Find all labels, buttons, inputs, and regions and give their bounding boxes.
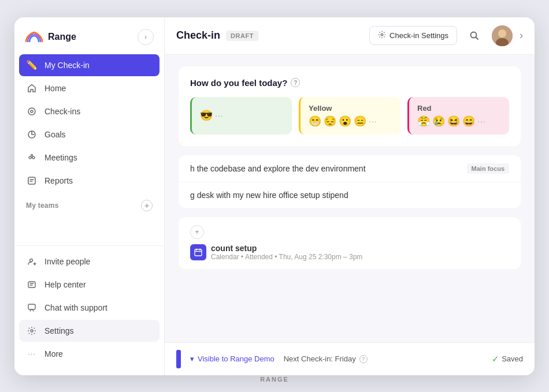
meeting-add-row: + (190, 225, 509, 239)
help-icon (26, 279, 38, 290)
sidebar-item-label: Meetings (44, 153, 77, 162)
mood-question: How do you feel today? ? (190, 78, 509, 88)
svg-rect-6 (28, 177, 35, 184)
sidebar-item-settings[interactable]: Settings (19, 320, 159, 342)
svg-rect-9 (28, 304, 35, 309)
mood-green-emojis: 😎 ··· (200, 109, 284, 122)
svg-point-1 (31, 110, 33, 113)
svg-rect-16 (195, 249, 202, 256)
sidebar-toggle-button[interactable]: › (138, 29, 154, 45)
sidebar-item-home[interactable]: Home (19, 77, 159, 99)
meeting-row: count setup Calendar • Attended • Thu, A… (190, 244, 509, 261)
sidebar-item-label: Home (44, 84, 66, 93)
mood-red-label: Red (417, 104, 501, 113)
mood-card-green[interactable]: 😎 ··· (190, 97, 292, 135)
task-badge: Main focus (467, 163, 509, 174)
meeting-meta: Calendar • Attended • Thu, Aug 25 2:30pm… (211, 253, 362, 261)
topbar-actions: Check-in Settings (369, 25, 523, 46)
sidebar-item-help[interactable]: Help center (19, 274, 159, 296)
bottom-bar: ▾ Visible to Range Demo Next Check-in: F… (165, 342, 535, 375)
saved-status: ✓ Saved (492, 354, 523, 364)
tasks-section: h the codebase and explore the dev envir… (179, 155, 521, 208)
task-text: h the codebase and explore the dev envir… (190, 164, 460, 173)
main-content: Check-in DRAFT Check-in Settings (165, 17, 535, 375)
goals-icon (26, 129, 38, 140)
meeting-add-button[interactable]: + (190, 225, 204, 239)
mood-info-icon[interactable]: ? (291, 78, 300, 87)
mood-red-content: Red 😤 😢 😆 😄 ··· (417, 104, 501, 128)
nav-forward-button[interactable]: › (520, 29, 523, 42)
table-row: h the codebase and explore the dev envir… (179, 155, 521, 182)
search-button[interactable] (464, 25, 485, 46)
svg-point-4 (32, 156, 35, 159)
sidebar-item-meetings[interactable]: Meetings (19, 147, 159, 169)
next-checkin-text: Next Check-in: Friday (284, 354, 356, 363)
chevron-down-icon: ▾ (190, 354, 194, 363)
sidebar-item-label: Chat with support (44, 303, 107, 312)
next-checkin-info-icon[interactable]: ? (359, 355, 368, 363)
saved-label: Saved (502, 354, 523, 363)
home-icon (26, 83, 38, 94)
content-area: How do you feel today? ? 😎 ··· (165, 55, 535, 342)
bottom-logo-text: RANGE (260, 376, 289, 383)
mood-card-yellow[interactable]: Yellow 😁 😔 😮 😑 ··· (299, 97, 400, 135)
svg-point-14 (498, 29, 506, 38)
checkins-icon (26, 106, 38, 117)
sidebar-item-my-checkin[interactable]: ✏️ My Check-in (19, 54, 159, 76)
svg-point-5 (31, 154, 33, 156)
chat-icon (26, 302, 38, 313)
user-avatar[interactable] (492, 25, 513, 46)
logo-text: Range (48, 32, 76, 42)
table-row: g desk with my new hire office setup sti… (179, 182, 521, 208)
more-icon: ··· (26, 348, 38, 360)
sidebar-item-more[interactable]: ··· More (19, 343, 159, 365)
sidebar-item-label: Goals (44, 130, 66, 139)
sidebar-header: Range › (14, 17, 164, 54)
checkin-settings-button[interactable]: Check-in Settings (369, 26, 457, 45)
range-logo-icon (25, 31, 43, 43)
page-title: Check-in (176, 29, 220, 42)
gear-icon (378, 31, 386, 40)
mood-yellow-content: Yellow 😁 😔 😮 😑 ··· (309, 104, 392, 128)
add-team-button[interactable]: + (141, 200, 153, 211)
svg-point-7 (30, 259, 33, 262)
sidebar-nav: ✏️ My Check-in Home (14, 54, 164, 245)
topbar-title-area: Check-in DRAFT (176, 29, 258, 42)
settings-icon (26, 325, 38, 337)
sidebar-item-label: Reports (44, 176, 73, 185)
mood-yellow-emojis: 😁 😔 😮 😑 ··· (309, 115, 392, 128)
sidebar-item-label: Invite people (44, 257, 90, 266)
mood-question-text: How do you feel today? (190, 78, 287, 88)
svg-point-3 (29, 156, 31, 159)
mood-red-emojis: 😤 😢 😆 😄 ··· (417, 115, 501, 128)
meeting-calendar-icon (190, 244, 206, 260)
logo-area: Range (25, 31, 76, 43)
sidebar-item-goals[interactable]: Goals (19, 124, 159, 145)
sidebar: Range › ✏️ My Check-in Home (14, 17, 165, 375)
mood-options: 😎 ··· Yellow 😁 😔 (190, 97, 509, 135)
svg-point-11 (381, 33, 383, 36)
sidebar-item-checkins[interactable]: Check-ins (19, 100, 159, 122)
meetings-icon (26, 152, 38, 163)
my-checkin-icon: ✏️ (26, 59, 38, 71)
mood-section: How do you feel today? ? 😎 ··· (179, 66, 521, 146)
sidebar-item-label: My Check-in (44, 61, 90, 70)
sidebar-footer: Invite people Help center (14, 245, 164, 375)
invite-icon (26, 256, 38, 267)
meeting-section: + count setup Calendar • Atten (179, 217, 521, 269)
sidebar-item-reports[interactable]: Reports (19, 170, 159, 192)
visibility-button[interactable]: ▾ Visible to Range Demo (190, 354, 274, 363)
sidebar-item-invite[interactable]: Invite people (19, 251, 159, 272)
checkin-indicator (176, 350, 181, 368)
reports-icon (26, 175, 38, 186)
svg-point-10 (31, 330, 33, 332)
sidebar-item-label: Check-ins (44, 107, 80, 116)
settings-btn-label: Check-in Settings (390, 31, 448, 40)
mood-card-red[interactable]: Red 😤 😢 😆 😄 ··· (407, 97, 509, 135)
topbar: Check-in DRAFT Check-in Settings (165, 17, 535, 55)
visibility-label: Visible to Range Demo (198, 354, 274, 363)
draft-badge: DRAFT (226, 31, 258, 41)
sidebar-item-label: More (44, 349, 63, 359)
sidebar-item-chat[interactable]: Chat with support (19, 297, 159, 319)
mood-yellow-label: Yellow (309, 104, 392, 113)
